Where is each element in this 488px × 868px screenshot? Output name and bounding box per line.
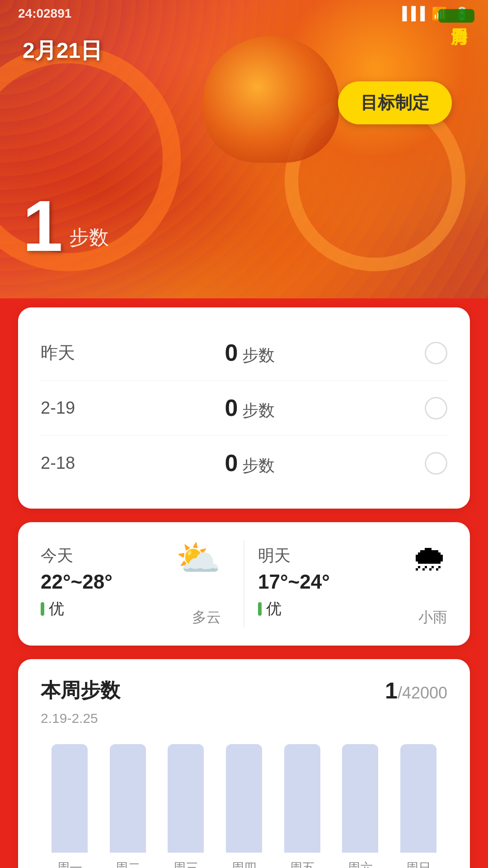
weather-today-desc: 多云 bbox=[192, 608, 221, 627]
signal-icon: ▐▐▐ bbox=[398, 6, 425, 21]
status-bar: 24:02891 ▐▐▐ 📶 🔋 bbox=[0, 0, 488, 27]
bar-label-tue: 周二 bbox=[115, 859, 141, 868]
history-unit-219: 步数 bbox=[242, 400, 275, 422]
weather-tomorrow: 明天 17°~24° 优 bbox=[258, 540, 393, 627]
bar-fill-sun bbox=[400, 744, 436, 853]
quality-text-today: 优 bbox=[49, 599, 64, 619]
weather-divider bbox=[244, 540, 244, 627]
weekly-card: 本周步数 1/42000 2.19-2.25 周一 周二 bbox=[18, 659, 470, 868]
weather-tomorrow-icon-area: 🌧 小雨 bbox=[393, 540, 447, 627]
history-date-218: 2-18 bbox=[41, 453, 75, 473]
right-banner: 腾四海 bbox=[438, 9, 474, 23]
dragon-head-decoration bbox=[203, 36, 339, 163]
bar-item-fri: 周五 bbox=[273, 744, 331, 868]
bar-fill-tue bbox=[110, 744, 146, 853]
bar-item-sat: 周六 bbox=[331, 744, 389, 868]
weather-today-icon-area: ⛅ 多云 bbox=[176, 540, 230, 627]
bar-item-sun: 周日 bbox=[389, 744, 447, 868]
weather-today-quality: 优 bbox=[41, 599, 176, 619]
step-hero: 1 步数 bbox=[23, 190, 109, 262]
history-icon-yesterday bbox=[425, 342, 447, 364]
weather-tomorrow-quality: 优 bbox=[258, 599, 393, 619]
quality-bar-today bbox=[41, 602, 44, 616]
history-card: 昨天 0 步数 2-19 0 步数 2-18 0 步数 bbox=[18, 307, 470, 509]
history-row-219[interactable]: 2-19 0 步数 bbox=[41, 381, 447, 436]
history-unit-yesterday: 步数 bbox=[242, 344, 275, 367]
quality-bar-tomorrow bbox=[258, 602, 262, 616]
bar-label-sun: 周日 bbox=[406, 859, 431, 868]
history-steps-218: 0 步数 bbox=[225, 449, 275, 477]
history-icon-219 bbox=[425, 397, 447, 420]
bar-label-thu: 周四 bbox=[231, 859, 257, 868]
weather-today: 今天 22°~28° 优 bbox=[41, 540, 176, 627]
bar-fill-fri bbox=[284, 744, 320, 853]
today-weather-icon: ⛅ bbox=[176, 540, 221, 576]
quality-text-tomorrow: 优 bbox=[266, 599, 282, 619]
weekly-total-steps: /42000 bbox=[398, 684, 447, 702]
date-display: 2月21日 bbox=[23, 36, 102, 65]
history-count-yesterday: 0 bbox=[225, 339, 238, 366]
goal-button[interactable]: 目标制定 bbox=[338, 81, 452, 124]
content-area: 昨天 0 步数 2-19 0 步数 2-18 0 步数 bbox=[0, 298, 488, 868]
bar-label-fri: 周五 bbox=[290, 859, 315, 868]
history-row-218[interactable]: 2-18 0 步数 bbox=[41, 436, 447, 491]
bar-item-tue: 周二 bbox=[99, 744, 157, 868]
weather-tomorrow-label: 明天 bbox=[258, 545, 393, 567]
weekly-count-area: 1/42000 bbox=[385, 678, 447, 704]
history-icon-218 bbox=[425, 452, 447, 475]
history-unit-218: 步数 bbox=[242, 455, 275, 477]
history-count-218: 0 bbox=[225, 449, 238, 476]
hero-section: 24:02891 ▐▐▐ 📶 🔋 2月21日 目标制定 腾四海 1 步数 bbox=[0, 0, 488, 316]
history-count-219: 0 bbox=[225, 394, 238, 421]
history-row-yesterday[interactable]: 昨天 0 步数 bbox=[41, 326, 447, 381]
bar-item-wed: 周三 bbox=[157, 744, 215, 868]
history-date-219: 2-19 bbox=[41, 398, 75, 418]
bar-label-wed: 周三 bbox=[173, 859, 198, 868]
history-steps-219: 0 步数 bbox=[225, 394, 275, 422]
weather-tomorrow-desc: 小雨 bbox=[418, 608, 447, 627]
bar-label-sat: 周六 bbox=[347, 859, 373, 868]
step-label: 步数 bbox=[69, 224, 109, 251]
bar-fill-thu bbox=[226, 744, 262, 853]
weather-today-label: 今天 bbox=[41, 545, 176, 567]
bar-chart: 周一 周二 周三 周四 bbox=[41, 744, 447, 868]
weather-today-temp: 22°~28° bbox=[41, 571, 176, 593]
current-date: 2月21日 bbox=[23, 38, 102, 62]
bar-item-thu: 周四 bbox=[215, 744, 273, 868]
bar-fill-sat bbox=[342, 744, 378, 853]
step-count-big: 1 bbox=[23, 185, 63, 266]
history-steps-yesterday: 0 步数 bbox=[225, 339, 275, 367]
bar-label-mon: 周一 bbox=[57, 859, 82, 868]
weekly-range: 2.19-2.25 bbox=[41, 711, 447, 726]
tomorrow-weather-icon: 🌧 bbox=[411, 540, 447, 576]
bar-fill-wed bbox=[168, 744, 204, 853]
weekly-title: 本周步数 bbox=[41, 677, 120, 704]
weekly-header: 本周步数 1/42000 bbox=[41, 677, 447, 704]
bar-item-mon: 周一 bbox=[41, 744, 99, 868]
weather-card: 今天 22°~28° 优 ⛅ 多云 明天 17°~24° 优 🌧 小雨 bbox=[18, 522, 470, 646]
history-date-yesterday: 昨天 bbox=[41, 341, 75, 364]
status-time: 24:02891 bbox=[18, 6, 71, 21]
weather-tomorrow-temp: 17°~24° bbox=[258, 571, 393, 593]
weekly-current-steps: 1 bbox=[385, 678, 398, 703]
bar-fill-mon bbox=[52, 744, 88, 853]
